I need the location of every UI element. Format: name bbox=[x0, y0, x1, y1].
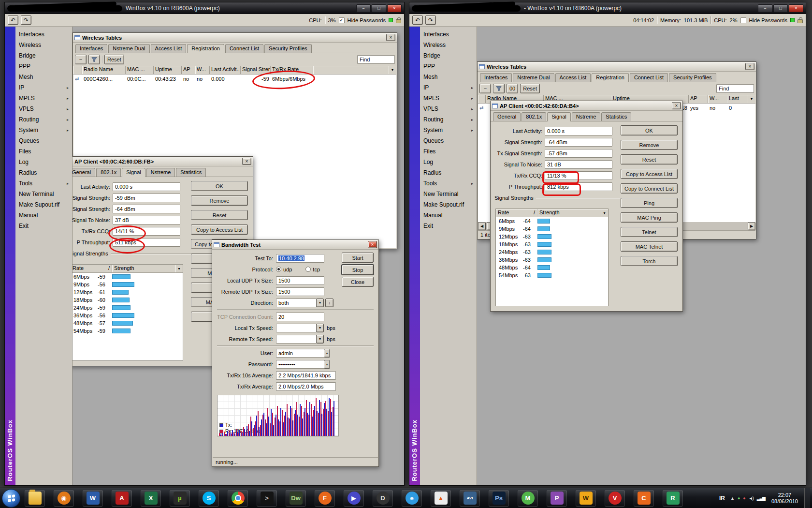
sidebar-item[interactable]: MPLS▸ bbox=[420, 93, 477, 104]
column-header[interactable]: Rate/ bbox=[72, 265, 112, 273]
column-header[interactable]: Radio Name bbox=[82, 66, 126, 75]
hide-passwords-checkbox[interactable] bbox=[740, 17, 746, 23]
column-header[interactable]: AP bbox=[689, 95, 708, 104]
column-header[interactable]: Last Activit... bbox=[210, 66, 241, 75]
signal-row[interactable]: 12Mbps-63 bbox=[496, 233, 608, 240]
ap-action-button[interactable]: Remove bbox=[191, 195, 248, 206]
tab[interactable]: 802.1x bbox=[96, 168, 121, 177]
chevron-down-icon[interactable]: ▾ bbox=[316, 299, 324, 307]
sidebar-item[interactable]: Queues bbox=[420, 135, 477, 146]
signal-row[interactable]: 48Mbps-57 bbox=[72, 319, 183, 327]
column-header[interactable]: Last bbox=[727, 95, 748, 104]
field-value[interactable]: -59 dBm bbox=[113, 194, 180, 202]
udp-radio[interactable] bbox=[276, 267, 281, 272]
remove-icon[interactable]: − bbox=[479, 84, 491, 93]
signal-row[interactable]: 24Mbps-63 bbox=[496, 248, 608, 256]
vlc-icon[interactable]: ▲ bbox=[431, 490, 451, 507]
start-button[interactable] bbox=[2, 489, 20, 508]
picture-viewer-icon[interactable]: P bbox=[547, 490, 567, 507]
tab[interactable]: Access List bbox=[555, 73, 591, 82]
local-udp-input[interactable]: 1500 bbox=[276, 276, 324, 285]
sidebar-item[interactable]: Exit bbox=[420, 221, 477, 231]
expand-icon[interactable]: ↓ bbox=[325, 299, 334, 307]
minimize-icon[interactable]: − bbox=[758, 4, 772, 13]
show-desktop-button[interactable] bbox=[804, 488, 810, 508]
media-player-classic-icon[interactable]: ▶ bbox=[344, 490, 364, 507]
sidebar-item[interactable]: Routing▸ bbox=[420, 114, 477, 125]
tab[interactable]: Statistics bbox=[176, 168, 206, 177]
filter-icon[interactable] bbox=[493, 84, 505, 93]
ap-action-button[interactable]: Copy to Access List bbox=[191, 224, 248, 235]
redo-icon[interactable]: ↷ bbox=[425, 15, 436, 25]
sidebar-item[interactable]: Manual bbox=[15, 210, 72, 221]
sidebar-item[interactable]: Bridge bbox=[420, 50, 477, 61]
close-button[interactable]: Close bbox=[342, 277, 374, 287]
field-value[interactable]: 0.000 s bbox=[545, 127, 612, 135]
firefox-icon[interactable]: F bbox=[315, 490, 335, 507]
field-value[interactable]: 812 kbps bbox=[545, 182, 612, 191]
sidebar-item[interactable]: PPP bbox=[420, 61, 477, 72]
ap-action-button[interactable]: MAC Ping bbox=[621, 212, 678, 223]
excel-icon[interactable]: X bbox=[141, 490, 161, 507]
sidebar-item[interactable]: Files bbox=[420, 146, 477, 157]
ap-action-button[interactable]: Remove bbox=[621, 140, 678, 150]
field-value[interactable]: -57 dBm bbox=[545, 149, 612, 158]
maximize-icon[interactable]: □ bbox=[773, 4, 788, 13]
direction-select[interactable]: both bbox=[276, 299, 317, 307]
updates-icon[interactable]: ● bbox=[738, 496, 740, 501]
field-value[interactable]: -64 dBm bbox=[113, 205, 180, 213]
remote-desktop-icon[interactable]: R bbox=[663, 490, 683, 507]
field-value[interactable]: 11/13 % bbox=[545, 171, 612, 180]
messenger-icon[interactable]: M bbox=[518, 490, 538, 507]
find-input[interactable]: Find bbox=[357, 55, 395, 64]
sidebar-item[interactable]: Mesh bbox=[15, 72, 72, 82]
tab[interactable]: Security Profiles bbox=[669, 73, 716, 82]
adobe-reader-icon[interactable]: A bbox=[112, 490, 132, 507]
undo-icon[interactable]: ↶ bbox=[412, 15, 423, 25]
ap-action-button[interactable]: Torch bbox=[621, 256, 678, 266]
remove-icon[interactable]: − bbox=[75, 55, 87, 64]
reset-button[interactable]: Reset bbox=[104, 55, 124, 64]
signal-row[interactable]: 36Mbps-56 bbox=[72, 312, 183, 319]
field-value[interactable]: 0.000 s bbox=[113, 182, 180, 191]
field-value[interactable]: -64 dBm bbox=[545, 138, 612, 147]
tab[interactable]: Connect List bbox=[630, 73, 668, 82]
sidebar-item[interactable]: Exit bbox=[15, 221, 72, 231]
sidebar-item[interactable]: MPLS▸ bbox=[15, 93, 72, 104]
find-input[interactable]: Find bbox=[716, 84, 754, 93]
stop-button[interactable]: Stop bbox=[342, 265, 374, 275]
tab[interactable]: Interfaces bbox=[480, 73, 512, 82]
scroll-left-icon[interactable]: ◀ bbox=[478, 222, 486, 230]
sidebar-item[interactable]: IP▸ bbox=[15, 82, 72, 93]
ap-action-button[interactable]: Reset bbox=[191, 210, 248, 220]
explorer-icon[interactable] bbox=[25, 490, 45, 507]
hidden-icons-icon[interactable]: ▲ bbox=[730, 496, 734, 501]
hide-passwords-checkbox[interactable]: ✓ bbox=[339, 17, 345, 23]
close-icon[interactable]: × bbox=[242, 158, 251, 165]
ap-action-button[interactable]: Reset bbox=[621, 154, 678, 164]
sidebar-item[interactable]: Interfaces bbox=[15, 29, 72, 40]
ap-action-button[interactable]: Copy to Connect List bbox=[621, 183, 678, 194]
signal-row[interactable]: 9Mbps-64 bbox=[496, 225, 608, 233]
reset-counters-button[interactable]: 00 bbox=[507, 84, 518, 93]
sidebar-item[interactable]: System▸ bbox=[420, 125, 477, 135]
sidebar-item[interactable]: Queues bbox=[15, 135, 72, 146]
column-header[interactable]: Rate/ bbox=[496, 209, 537, 217]
undo-icon[interactable]: ↶ bbox=[8, 15, 18, 25]
sidebar-item[interactable]: Log bbox=[420, 157, 477, 167]
column-header[interactable]: AP bbox=[182, 66, 195, 75]
tab[interactable]: Statistics bbox=[601, 112, 631, 121]
language-indicator[interactable]: IR bbox=[718, 495, 726, 502]
avi-player-icon[interactable]: AVI bbox=[460, 490, 480, 507]
field-value[interactable]: 511 kbps bbox=[113, 238, 180, 247]
close-icon[interactable]: × bbox=[368, 241, 377, 248]
tab[interactable]: Signal bbox=[122, 168, 145, 177]
tcp-count-input[interactable]: 20 bbox=[276, 313, 324, 321]
ap-action-button[interactable]: Telnet bbox=[621, 227, 678, 237]
redo-icon[interactable]: ↷ bbox=[21, 15, 31, 25]
column-header[interactable]: W... bbox=[195, 66, 210, 75]
sidebar-item[interactable]: Radius bbox=[420, 167, 477, 178]
sidebar-item[interactable]: Manual bbox=[420, 210, 477, 221]
close-icon[interactable]: × bbox=[387, 4, 402, 13]
column-header[interactable]: Uptime bbox=[154, 66, 182, 75]
